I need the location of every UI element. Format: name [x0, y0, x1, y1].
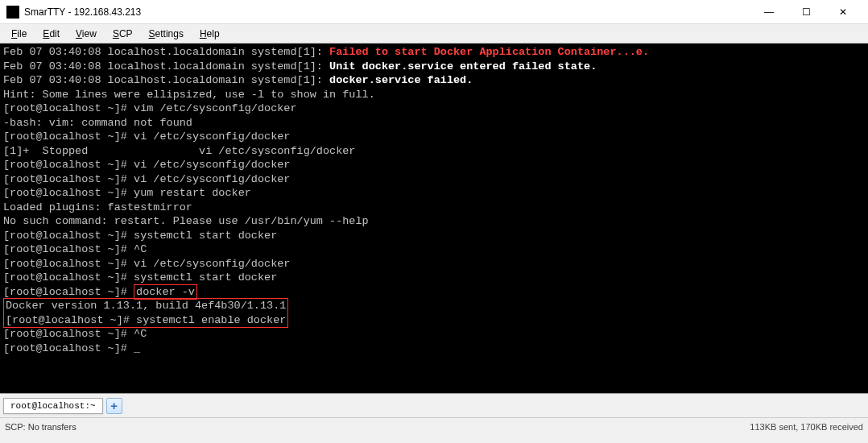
terminal-line: [1]+ Stopped vi /etc/sysconfig/docker: [3, 144, 865, 159]
terminal-text: Unit docker.service entered failed state…: [329, 60, 597, 72]
cursor-icon: _: [134, 342, 140, 354]
menu-view-label: iew: [82, 28, 97, 39]
terminal-text: [root@localhost ~]# vi /etc/sysconfig/do…: [3, 258, 290, 270]
terminal-line: [root@localhost ~]# vi /etc/sysconfig/do…: [3, 172, 865, 187]
terminal[interactable]: Feb 07 03:40:08 localhost.localdomain sy…: [0, 43, 868, 393]
prompt: [root@localhost ~]#: [6, 314, 136, 326]
red-highlight-box: docker -v: [134, 284, 197, 300]
terminal-line: [root@localhost ~]# vi /etc/sysconfig/do…: [3, 130, 865, 144]
menu-file-label: ile: [17, 28, 27, 39]
menu-file[interactable]: File: [3, 26, 35, 42]
command-text: docker -v: [136, 286, 195, 298]
terminal-line: [root@localhost ~]# vi /etc/sysconfig/do…: [3, 257, 865, 271]
terminal-text: [root@localhost ~]# ^C: [3, 243, 147, 255]
titlebar-left: SmarTTY - 192.168.43.213: [6, 6, 141, 19]
terminal-text: [root@localhost ~]# vi /etc/sysconfig/do…: [3, 173, 290, 185]
minimize-button[interactable]: —: [750, 0, 787, 24]
window-controls: — ☐ ✕: [750, 0, 862, 24]
terminal-text: Hint: Some lines were ellipsized, use -l…: [3, 89, 375, 101]
terminal-text: -bash: vim: command not found: [3, 117, 192, 129]
terminal-text: Loaded plugins: fastestmirror: [3, 201, 192, 213]
terminal-line: No such command: restart. Please use /us…: [3, 214, 865, 229]
menu-edit[interactable]: Edit: [35, 26, 68, 42]
terminal-output: Docker version 1.13.1, build 4ef4b30/1.1…: [6, 299, 286, 313]
menubar: File Edit View SCP Settings Help: [0, 24, 868, 43]
statusbar: SCP: No transfers 113KB sent, 170KB rece…: [0, 417, 868, 435]
close-button[interactable]: ✕: [825, 0, 862, 24]
tab-session-1[interactable]: root@localhost:~: [3, 398, 103, 414]
app-icon: [6, 6, 19, 19]
terminal-line: [root@localhost ~]# yum restart docker: [3, 186, 865, 201]
menu-settings[interactable]: Settings: [141, 26, 192, 42]
terminal-line: [root@localhost ~]# ^C: [3, 327, 865, 342]
titlebar: SmarTTY - 192.168.43.213 — ☐ ✕: [0, 0, 868, 24]
terminal-line: Hint: Some lines were ellipsized, use -l…: [3, 88, 865, 102]
terminal-text: Feb 07 03:40:08 localhost.localdomain sy…: [3, 74, 329, 86]
terminal-text: docker.service failed.: [329, 74, 473, 86]
terminal-line: [root@localhost ~]# ^C: [3, 242, 865, 257]
menu-view[interactable]: View: [68, 26, 105, 42]
tabbar: root@localhost:~ +: [0, 393, 868, 417]
terminal-line: [root@localhost ~]# vim /etc/sysconfig/d…: [3, 101, 865, 116]
terminal-line: -bash: vim: command not found: [3, 116, 865, 130]
terminal-text: [root@localhost ~]# vi /etc/sysconfig/do…: [3, 130, 290, 143]
terminal-line: [root@localhost ~]# docker -v: [3, 285, 865, 300]
new-tab-button[interactable]: +: [106, 398, 122, 414]
status-right: 113KB sent, 170KB received: [750, 422, 863, 432]
red-highlight-box: Docker version 1.13.1, build 4ef4b30/1.1…: [3, 298, 288, 328]
terminal-text: [root@localhost ~]# systemctl start dock…: [3, 271, 277, 284]
window-title: SmarTTY - 192.168.43.213: [24, 6, 141, 18]
menu-help-label: elp: [207, 28, 220, 39]
terminal-line: [root@localhost ~]# _: [3, 342, 865, 356]
menu-help[interactable]: Help: [192, 26, 228, 42]
terminal-text: No such command: restart. Please use /us…: [3, 215, 369, 227]
terminal-text: [root@localhost ~]# ^C: [3, 328, 147, 340]
terminal-text: [root@localhost ~]# vi /etc/sysconfig/do…: [3, 159, 290, 171]
terminal-text: [root@localhost ~]# yum restart docker: [3, 187, 251, 199]
terminal-text: [root@localhost ~]# systemctl start dock…: [3, 230, 277, 242]
menu-edit-label: dit: [49, 28, 60, 39]
prompt: [root@localhost ~]#: [3, 286, 134, 298]
terminal-line: Feb 07 03:40:08 localhost.localdomain sy…: [3, 60, 865, 74]
terminal-line: [root@localhost ~]# systemctl start dock…: [3, 271, 865, 285]
terminal-text: [root@localhost ~]# vim /etc/sysconfig/d…: [3, 102, 297, 114]
menu-settings-label: ettings: [155, 28, 184, 39]
menu-scp[interactable]: SCP: [105, 26, 141, 42]
maximize-button[interactable]: ☐: [787, 0, 825, 24]
command-text: systemctl enable docker: [136, 314, 286, 326]
terminal-line: Feb 07 03:40:08 localhost.localdomain sy…: [3, 45, 865, 60]
terminal-text: Feb 07 03:40:08 localhost.localdomain sy…: [3, 60, 329, 72]
terminal-line: [root@localhost ~]# systemctl start dock…: [3, 229, 865, 243]
status-left: SCP: No transfers: [5, 422, 76, 432]
terminal-line: [root@localhost ~]# vi /etc/sysconfig/do…: [3, 158, 865, 172]
terminal-line: Loaded plugins: fastestmirror: [3, 201, 865, 215]
terminal-text: Feb 07 03:40:08 localhost.localdomain sy…: [3, 46, 329, 58]
terminal-text: [root@localhost ~]#: [3, 342, 134, 354]
terminal-text: [1]+ Stopped vi /etc/sysconfig/docker: [3, 145, 355, 157]
terminal-text: Failed to start Docker Application Conta…: [329, 46, 649, 58]
terminal-line: [root@localhost ~]# systemctl enable doc…: [6, 313, 286, 328]
menu-scp-label: CP: [119, 28, 133, 39]
terminal-line: Feb 07 03:40:08 localhost.localdomain sy…: [3, 73, 865, 88]
